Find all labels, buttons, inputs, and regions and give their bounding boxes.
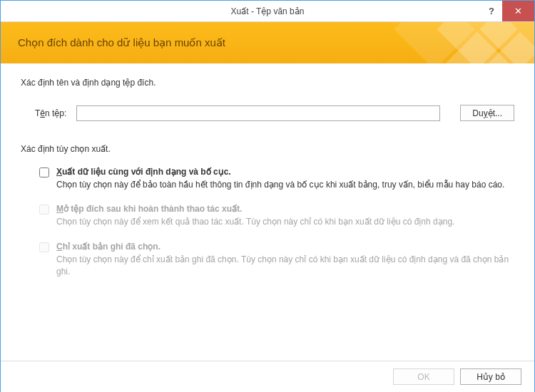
option-selected-only: Chỉ xuất bản ghi đã chọn. Chọn tùy chọn …: [39, 242, 514, 279]
dialog-content: Xác định tên và định dạng tệp đích. Tên …: [1, 63, 534, 299]
option-title: Xuất dữ liệu cùng với định dạng và bố cụ…: [56, 167, 514, 177]
option-title: Chỉ xuất bản ghi đã chọn.: [56, 242, 514, 252]
dialog-footer: OK Hủy bỏ: [1, 361, 534, 392]
option-export-formatting-checkbox[interactable]: [39, 167, 49, 177]
option-open-after: Mở tệp đích sau khi hoàn thành thao tác …: [39, 204, 514, 228]
help-button[interactable]: ?: [481, 1, 502, 21]
option-desc: Chọn tùy chọn này để xem kết quả thao tá…: [56, 216, 514, 228]
option-desc: Chọn tùy chọn này để bảo toàn hầu hết th…: [56, 179, 514, 191]
filename-row: Tên tệp: Duyệt...: [21, 105, 514, 121]
options-label: Xác định tùy chọn xuất.: [21, 144, 514, 154]
options-group: Xuất dữ liệu cùng với định dạng và bố cụ…: [21, 167, 514, 279]
banner-decoration: [406, 22, 534, 63]
banner: Chọn đích dành cho dữ liệu bạn muốn xuất: [1, 22, 534, 63]
close-button[interactable]: ✕: [502, 1, 534, 21]
filename-input[interactable]: [76, 105, 440, 121]
option-selected-only-checkbox: [39, 242, 49, 252]
instructions: Xác định tên và định dạng tệp đích.: [21, 78, 514, 88]
option-title: Mở tệp đích sau khi hoàn thành thao tác …: [56, 204, 514, 214]
window-title: Xuất - Tệp văn bản: [1, 6, 534, 16]
ok-button: OK: [393, 368, 454, 385]
browse-button[interactable]: Duyệt...: [460, 105, 514, 121]
window-controls: ? ✕: [481, 1, 534, 21]
option-export-formatting: Xuất dữ liệu cùng với định dạng và bố cụ…: [39, 167, 514, 191]
banner-title: Chọn đích dành cho dữ liệu bạn muốn xuất: [18, 36, 225, 49]
option-open-after-checkbox: [39, 205, 49, 215]
option-desc: Chọn tùy chọn này để chỉ xuất bản ghi đã…: [56, 254, 514, 279]
cancel-button[interactable]: Hủy bỏ: [460, 368, 521, 385]
titlebar: Xuất - Tệp văn bản ? ✕: [1, 1, 534, 22]
filename-label: Tên tệp:: [35, 108, 72, 118]
